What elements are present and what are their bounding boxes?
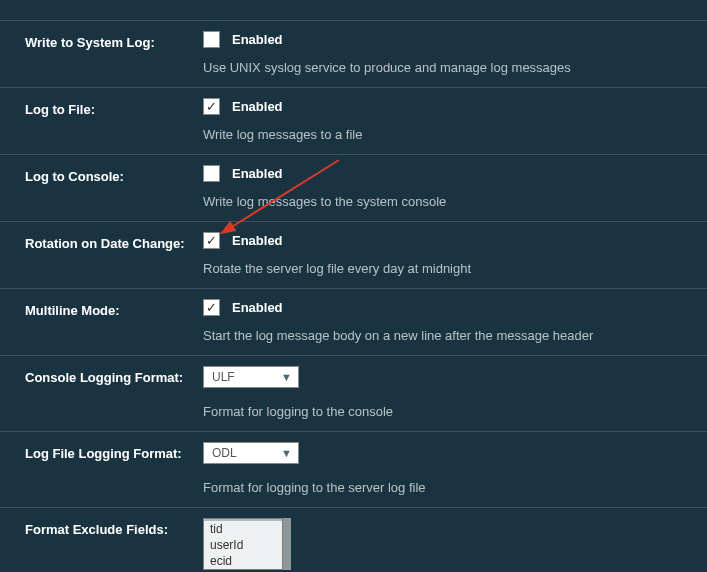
field-log-to-file: ✓ Enabled Write log messages to a file xyxy=(203,98,707,142)
enabled-label: Enabled xyxy=(232,166,283,181)
label-write-to-system-log: Write to System Log: xyxy=(0,31,203,75)
label-log-file-logging-format: Log File Logging Format: xyxy=(0,442,203,495)
field-format-exclude-fields: tid userId ecid xyxy=(203,518,707,570)
select-log-file-logging-format[interactable]: ODL ▼ xyxy=(203,442,299,464)
field-console-logging-format: ULF ▼ Format for logging to the console xyxy=(203,366,707,419)
desc-console-logging-format: Format for logging to the console xyxy=(203,404,697,419)
desc-log-file-logging-format: Format for logging to the server log fil… xyxy=(203,480,697,495)
desc-log-to-console: Write log messages to the system console xyxy=(203,194,697,209)
label-log-to-file: Log to File: xyxy=(0,98,203,142)
select-value: ODL xyxy=(212,446,237,460)
field-log-file-logging-format: ODL ▼ Format for logging to the server l… xyxy=(203,442,707,495)
label-multiline-mode: Multiline Mode: xyxy=(0,299,203,343)
checkbox-multiline-mode[interactable]: ✓ xyxy=(203,299,220,316)
row-console-logging-format: Console Logging Format: ULF ▼ Format for… xyxy=(0,356,707,432)
list-item[interactable]: userId xyxy=(204,537,282,553)
label-console-logging-format: Console Logging Format: xyxy=(0,366,203,419)
select-console-logging-format[interactable]: ULF ▼ xyxy=(203,366,299,388)
enabled-label: Enabled xyxy=(232,300,283,315)
field-multiline-mode: ✓ Enabled Start the log message body on … xyxy=(203,299,707,343)
row-log-file-logging-format: Log File Logging Format: ODL ▼ Format fo… xyxy=(0,432,707,508)
label-log-to-console: Log to Console: xyxy=(0,165,203,209)
listbox-format-exclude-fields[interactable]: tid userId ecid xyxy=(203,518,283,570)
chevron-down-icon: ▼ xyxy=(281,447,292,459)
checkbox-log-to-file[interactable]: ✓ xyxy=(203,98,220,115)
row-log-to-console: Log to Console: Enabled Write log messag… xyxy=(0,155,707,222)
enabled-label: Enabled xyxy=(232,32,283,47)
field-write-to-system-log: Enabled Use UNIX syslog service to produ… xyxy=(203,31,707,75)
list-item[interactable]: tid xyxy=(204,521,282,537)
checkbox-rotation-on-date-change[interactable]: ✓ xyxy=(203,232,220,249)
desc-log-to-file: Write log messages to a file xyxy=(203,127,697,142)
row-log-to-file: Log to File: ✓ Enabled Write log message… xyxy=(0,88,707,155)
enabled-label: Enabled xyxy=(232,99,283,114)
chevron-down-icon: ▼ xyxy=(281,371,292,383)
row-format-exclude-fields: Format Exclude Fields: tid userId ecid xyxy=(0,508,707,572)
label-rotation-on-date-change: Rotation on Date Change: xyxy=(0,232,203,276)
select-value: ULF xyxy=(212,370,235,384)
field-rotation-on-date-change: ✓ Enabled Rotate the server log file eve… xyxy=(203,232,707,276)
row-write-to-system-log: Write to System Log: Enabled Use UNIX sy… xyxy=(0,20,707,88)
desc-write-to-system-log: Use UNIX syslog service to produce and m… xyxy=(203,60,697,75)
desc-rotation-on-date-change: Rotate the server log file every day at … xyxy=(203,261,697,276)
list-item[interactable]: ecid xyxy=(204,553,282,569)
label-format-exclude-fields: Format Exclude Fields: xyxy=(0,518,203,570)
field-log-to-console: Enabled Write log messages to the system… xyxy=(203,165,707,209)
checkbox-write-to-system-log[interactable] xyxy=(203,31,220,48)
checkbox-log-to-console[interactable] xyxy=(203,165,220,182)
desc-multiline-mode: Start the log message body on a new line… xyxy=(203,328,697,343)
scrollbar[interactable] xyxy=(283,518,291,570)
row-rotation-on-date-change: Rotation on Date Change: ✓ Enabled Rotat… xyxy=(0,222,707,289)
row-multiline-mode: Multiline Mode: ✓ Enabled Start the log … xyxy=(0,289,707,356)
enabled-label: Enabled xyxy=(232,233,283,248)
